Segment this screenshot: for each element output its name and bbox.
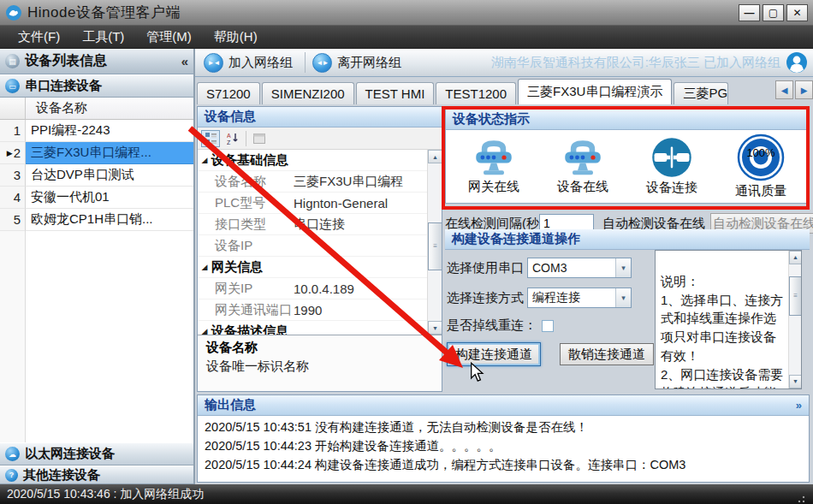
- device-row-5[interactable]: 5 欧姆龙CP1H串口销...: [0, 209, 193, 231]
- device-list-sidebar: ▤ 设备列表信息 « ▭ 串口连接设备 设备名称 1 PPI编程-2243 ▶2…: [0, 49, 195, 484]
- device-status-title: 设备状态指示: [453, 111, 530, 127]
- device-name: 安徽一代机01: [26, 187, 193, 209]
- tab-simenzi200[interactable]: SIMENZI200: [262, 82, 354, 104]
- dropdown-arrow-icon[interactable]: ▾: [615, 288, 631, 307]
- scroll-down-icon[interactable]: ▼: [789, 375, 802, 388]
- instructions-scrollbar[interactable]: ▲ ≡ ▼: [788, 251, 801, 388]
- property-grid-scrollbar[interactable]: ▲ ≡ ▼: [427, 150, 442, 335]
- reconnect-label: 是否掉线重连：: [447, 317, 537, 334]
- connect-mode-select[interactable]: 编程连接 ▾: [527, 288, 632, 308]
- device-info-header: 设备信息: [198, 107, 442, 127]
- log-line: 2020/5/15 10:44:23 开始构建设备连接通道。。。。。: [205, 437, 802, 456]
- device-connect-icon: [650, 136, 693, 179]
- connect-mode-value: 编程连接: [528, 288, 615, 307]
- sort-alphabetical-icon[interactable]: AZ: [223, 130, 242, 147]
- dropdown-arrow-icon[interactable]: ▾: [615, 258, 631, 277]
- status-bar: 2020/5/15 10:43:46 : 加入网络组成功: [0, 484, 813, 504]
- property-row[interactable]: 网关通讯端口1990: [198, 299, 427, 321]
- row-number: 4: [14, 190, 21, 205]
- scroll-up-icon[interactable]: ▲: [789, 251, 802, 264]
- destroy-channel-button[interactable]: 散销连接通道: [560, 343, 654, 365]
- svg-text:Z: Z: [227, 139, 231, 145]
- scrollbar-thumb[interactable]: ≡: [789, 276, 802, 316]
- output-title: 输出信息: [205, 397, 256, 413]
- minimize-button[interactable]: —: [739, 4, 760, 21]
- menu-tools[interactable]: 工具(T): [71, 26, 135, 48]
- title-bar: Hinode设备管理客户端 — ▢ ✕: [0, 0, 813, 26]
- property-row[interactable]: 接口类型串口连接: [198, 214, 427, 235]
- scrollbar-thumb[interactable]: ≡: [428, 222, 442, 270]
- serial-port-row: 选择使用串口 COM3 ▾: [447, 258, 632, 278]
- sidebar-collapse-icon[interactable]: «: [181, 54, 188, 68]
- menu-bar: 文件(F) 工具(T) 管理(M) 帮助(H): [0, 26, 813, 49]
- menu-help[interactable]: 帮助(H): [203, 26, 269, 48]
- status-bar-text: 2020/5/15 10:43:46 : 加入网络组成功: [7, 487, 204, 502]
- resize-grip[interactable]: [794, 492, 806, 504]
- device-table-empty-area: [0, 231, 193, 442]
- property-row[interactable]: 设备名称三菱FX3U串口编程: [198, 171, 427, 193]
- serial-section-icon: ▭: [5, 79, 20, 93]
- status-gateway-online: 网关在线: [451, 137, 537, 195]
- status-label: 网关在线: [468, 179, 519, 195]
- tab-strip: S71200 SIMENZI200 TEST HMI TEST1200 三菱FX…: [197, 79, 772, 104]
- category-expand-icon: ◢: [198, 327, 211, 335]
- section-ethernet-devices[interactable]: ☁ 以太网连接设备: [0, 442, 193, 465]
- tab-mitsubishi-fx3u[interactable]: 三菱FX3U串口编程演示: [518, 79, 672, 104]
- connect-mode-row: 选择连接方式 编程连接 ▾: [447, 288, 632, 308]
- output-log: 2020/5/15 10:43:51 没有构建连接通道，无法自动检测设备是否在线…: [198, 416, 809, 482]
- build-channel-button[interactable]: 构建连接通道: [447, 342, 541, 366]
- device-row-1[interactable]: 1 PPI编程-2243: [0, 120, 193, 142]
- section-other-devices[interactable]: ? 其他连接设备: [0, 465, 193, 484]
- output-collapse-icon[interactable]: »: [796, 399, 802, 412]
- app-window: Hinode设备管理客户端 — ▢ ✕ 文件(F) 工具(T) 管理(M) 帮助…: [0, 0, 813, 504]
- scroll-down-icon[interactable]: ▼: [428, 321, 442, 335]
- device-row-4[interactable]: 4 安徽一代机01: [0, 187, 193, 209]
- device-status-panel: 设备状态指示 网关在线: [445, 109, 810, 204]
- reconnect-row: 是否掉线重连：: [447, 317, 554, 334]
- section-serial-devices[interactable]: ▭ 串口连接设备: [0, 74, 193, 98]
- scroll-up-icon[interactable]: ▲: [428, 150, 442, 163]
- tab-scroll-left-button[interactable]: ◀: [775, 80, 793, 99]
- menu-manage[interactable]: 管理(M): [135, 26, 203, 48]
- sidebar-title: 设备列表信息: [25, 52, 107, 70]
- device-status-header: 设备状态指示: [446, 110, 809, 130]
- row-number: 5: [14, 212, 21, 227]
- row-number: 3: [14, 168, 21, 182]
- main-area: S71200 SIMENZI200 TEST HMI TEST1200 三菱FX…: [195, 49, 813, 484]
- other-section-label: 其他连接设备: [23, 467, 100, 483]
- tab-s71200[interactable]: S71200: [197, 82, 260, 104]
- property-category[interactable]: ◢网关信息: [198, 257, 427, 278]
- row-number: 1: [14, 123, 21, 138]
- tab-scroll-right-button[interactable]: ▶: [795, 80, 813, 99]
- status-label: 设备连接: [646, 180, 697, 196]
- property-category[interactable]: ◢设备描述信息: [198, 321, 427, 335]
- reconnect-checkbox[interactable]: [542, 320, 554, 332]
- device-name-header: 设备名称: [26, 98, 193, 119]
- property-row[interactable]: 设备IP: [198, 235, 427, 257]
- tab-mitsubishi-pg[interactable]: 三菱PG演示: [674, 82, 728, 104]
- maximize-button[interactable]: ▢: [763, 4, 784, 21]
- device-row-2-selected[interactable]: ▶2 三菱FX3U串口编程...: [0, 142, 193, 164]
- property-desc-title: 设备名称: [206, 340, 433, 356]
- tab-test-hmi[interactable]: TEST HMI: [356, 82, 435, 104]
- status-device-connected: 设备连接: [629, 136, 715, 196]
- property-category[interactable]: ◢设备基础信息: [198, 150, 427, 171]
- status-comm-quality: 100% 通讯质量: [718, 133, 804, 199]
- serial-port-select[interactable]: COM3 ▾: [527, 258, 632, 278]
- property-row[interactable]: 网关IP10.0.4.189: [198, 278, 427, 299]
- row-number: 2: [14, 145, 21, 160]
- device-table: 设备名称 1 PPI编程-2243 ▶2 三菱FX3U串口编程... 3 台达D…: [0, 98, 193, 442]
- menu-file[interactable]: 文件(F): [7, 26, 71, 48]
- channel-panel-header: 构建设备连接通道操作: [445, 229, 810, 250]
- device-row-3[interactable]: 3 台达DVP串口测试: [0, 164, 193, 187]
- tab-test1200[interactable]: TEST1200: [436, 82, 516, 104]
- ethernet-section-label: 以太网连接设备: [25, 446, 115, 462]
- ethernet-section-icon: ☁: [5, 447, 20, 461]
- device-list-icon: ▤: [5, 54, 20, 68]
- close-button[interactable]: ✕: [786, 4, 808, 21]
- property-row[interactable]: PLC型号Hignton-General: [198, 193, 427, 214]
- row-marker-icon: ▶: [7, 149, 13, 157]
- connect-mode-label: 选择连接方式: [447, 290, 524, 306]
- categorized-view-icon[interactable]: [201, 130, 220, 147]
- app-logo-icon: [5, 4, 22, 21]
